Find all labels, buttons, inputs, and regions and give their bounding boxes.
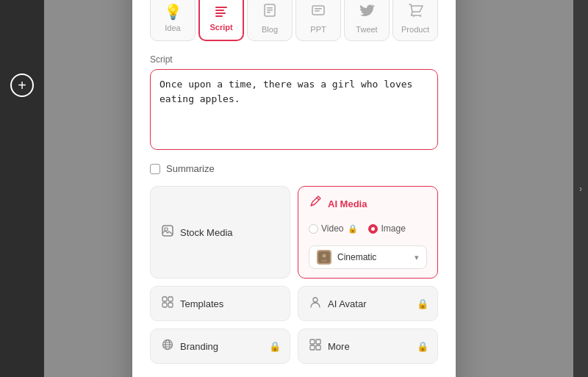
script-section-label: Script [150, 54, 438, 65]
tab-idea[interactable]: 💡 Idea [150, 0, 196, 41]
tab-blog-label: Blog [262, 25, 278, 34]
script-textarea[interactable]: Once upon a time, there was a girl who l… [150, 69, 438, 150]
tabs-row: 💡 Idea Script [150, 0, 438, 41]
svg-rect-10 [315, 10, 320, 12]
tab-script-label: Script [209, 23, 232, 32]
svg-rect-6 [267, 10, 273, 11]
video-label: Video [321, 223, 343, 234]
branding-card[interactable]: Branding 🔒 [150, 328, 290, 364]
svg-point-11 [413, 15, 415, 17]
templates-label: Templates [180, 298, 223, 309]
style-dropdown[interactable]: Cinematic ▾ [309, 245, 427, 269]
tweet-icon [359, 2, 375, 22]
svg-rect-14 [165, 228, 168, 231]
svg-point-22 [313, 298, 318, 302]
tab-product-label: Product [401, 25, 429, 34]
ai-avatar-icon [309, 295, 322, 312]
summarize-label: Summarize [166, 163, 215, 174]
sidebar-add-button[interactable]: + [10, 73, 34, 97]
video-radio[interactable] [309, 224, 318, 234]
ai-media-icon [309, 195, 322, 212]
svg-rect-9 [315, 8, 322, 10]
image-label: Image [381, 223, 405, 234]
more-card[interactable]: More 🔒 [298, 328, 438, 364]
sidebar-right: › [573, 0, 588, 377]
dropdown-avatar [317, 250, 331, 265]
templates-card[interactable]: Templates [150, 286, 290, 321]
svg-rect-29 [316, 340, 320, 344]
tab-script[interactable]: Script [198, 0, 244, 41]
tab-ppt[interactable]: PPT [295, 0, 341, 41]
ai-avatar-label: AI Avatar [328, 298, 367, 309]
tab-tweet-label: Tweet [356, 25, 377, 34]
stock-media-icon [161, 224, 174, 240]
svg-rect-3 [215, 15, 223, 17]
svg-rect-7 [267, 12, 270, 13]
svg-rect-19 [168, 297, 173, 301]
svg-rect-20 [162, 303, 167, 307]
stock-media-label: Stock Media [180, 227, 233, 238]
stock-media-card[interactable]: Stock Media [150, 186, 290, 279]
ai-avatar-card[interactable]: AI Avatar 🔒 [298, 286, 438, 321]
magic-create-modal: Magic Create 💡 Idea Script [132, 0, 456, 377]
sidebar-collapse-icon[interactable]: › [579, 184, 582, 194]
more-label: More [328, 341, 350, 352]
image-option[interactable]: Image [368, 223, 405, 234]
summarize-row: Summarize [150, 163, 438, 174]
script-icon [213, 4, 229, 20]
dropdown-arrow-icon: ▾ [415, 253, 419, 262]
tab-product[interactable]: Product [392, 0, 438, 41]
more-lock-icon: 🔒 [417, 341, 429, 352]
ai-avatar-lock-icon: 🔒 [417, 298, 429, 309]
product-icon [407, 2, 423, 22]
tab-tweet[interactable]: Tweet [344, 0, 390, 41]
templates-icon [161, 295, 174, 312]
svg-rect-2 [215, 12, 226, 14]
sidebar-left: + [0, 0, 44, 377]
video-option[interactable]: Video 🔒 [309, 223, 358, 234]
summarize-checkbox[interactable] [150, 164, 160, 174]
tab-blog[interactable]: Blog [247, 0, 293, 41]
cards-grid: Stock Media AI Media Video 🔒 [150, 186, 438, 364]
svg-point-16 [323, 254, 326, 258]
image-radio[interactable] [368, 224, 378, 234]
idea-icon: 💡 [164, 3, 182, 21]
radio-row: Video 🔒 Image [309, 223, 406, 234]
svg-rect-5 [267, 7, 273, 9]
svg-point-12 [420, 15, 421, 17]
svg-rect-28 [310, 340, 315, 344]
ai-media-label: AI Media [328, 198, 367, 209]
ai-media-card[interactable]: AI Media Video 🔒 Image [298, 186, 438, 279]
ai-media-top: AI Media [309, 195, 427, 212]
branding-icon [161, 338, 174, 354]
video-lock-icon: 🔒 [348, 224, 358, 234]
tab-ppt-label: PPT [310, 25, 326, 34]
svg-rect-31 [316, 345, 320, 350]
svg-rect-1 [215, 10, 224, 11]
svg-rect-30 [310, 345, 315, 350]
tab-idea-label: Idea [165, 24, 180, 32]
blog-icon [262, 2, 278, 22]
branding-lock-icon: 🔒 [269, 341, 281, 352]
more-icon [309, 338, 322, 354]
ppt-icon [310, 2, 326, 22]
svg-point-17 [321, 259, 327, 262]
branding-label: Branding [180, 341, 218, 352]
svg-rect-21 [168, 303, 173, 307]
svg-rect-0 [215, 7, 227, 8]
dropdown-text: Cinematic [337, 252, 409, 262]
svg-rect-18 [162, 297, 167, 301]
